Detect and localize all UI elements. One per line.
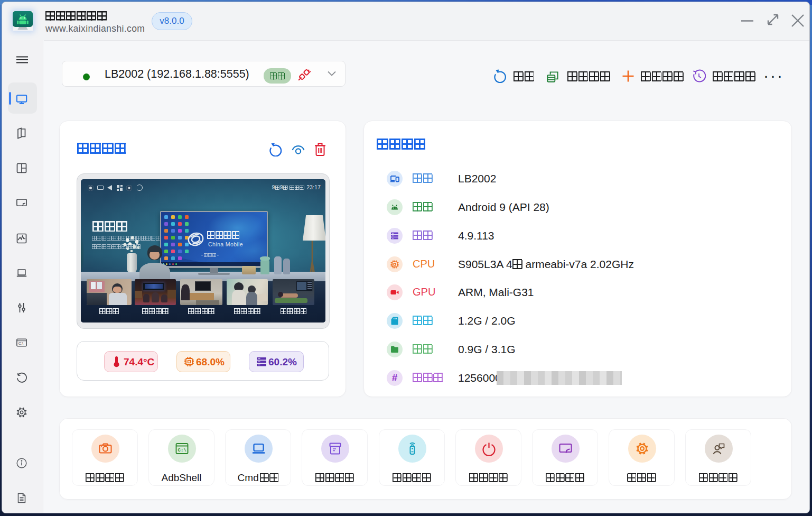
svg-text:C:\: C:\: [178, 448, 187, 453]
svg-text:C:\: C:\: [18, 342, 23, 346]
